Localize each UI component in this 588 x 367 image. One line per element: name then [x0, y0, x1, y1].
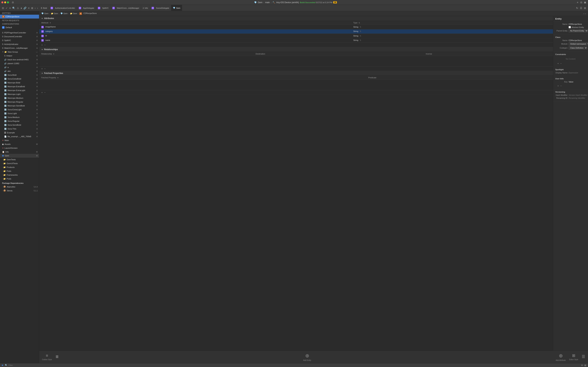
type-arrow-category[interactable]: ⇅: [360, 30, 361, 32]
back-button[interactable]: ‹: [34, 6, 36, 10]
toolbar-icon-7[interactable]: 🔗: [23, 6, 27, 10]
close-button[interactable]: [1, 1, 3, 3]
abstract-checkbox-input[interactable]: [569, 26, 571, 28]
sidebar-item-gem[interactable]: Gem M: [0, 154, 39, 158]
tab-watchconn[interactable]: S WatchConn...ivityManager: [111, 5, 141, 11]
toolbar-icon-9[interactable]: ⊞: [31, 6, 34, 10]
sidebar-group-pods[interactable]: › 📁 Pods: [0, 169, 39, 173]
fp-col-property[interactable]: Fetched Property ▼: [39, 76, 366, 80]
attr-col-attribute[interactable]: Attribute ▼: [39, 21, 351, 25]
add-attribute-btn[interactable]: +: [41, 43, 43, 46]
sidebar-item-fileexample[interactable]: 📄 file_exampl...._480_700kB A: [0, 134, 39, 138]
sidebar-item-planet[interactable]: 🔊 planet-11682 A: [0, 61, 39, 65]
add-attribute-tool[interactable]: ⊕ Add Attribute: [556, 353, 566, 361]
attr-row-category[interactable]: S category String ⇅: [39, 29, 553, 34]
class-codegen-select[interactable]: Class Definition: [569, 46, 587, 50]
spotlight-displayname-input[interactable]: [569, 72, 588, 74]
breadcrumb-prev-icon[interactable]: ‹: [584, 13, 584, 15]
sidebar-item-manropeextrabold[interactable]: 🔡 Manrope-ExtraBold A: [0, 84, 39, 88]
sidebar-item-launchscreen[interactable]: ✕ LaunchScreen: [0, 146, 39, 150]
layout-icon-1[interactable]: ⊟: [580, 1, 583, 4]
hash-modifier-input[interactable]: [569, 94, 588, 96]
filter-input[interactable]: [9, 364, 580, 366]
tab-authen[interactable]: S AuthenicationController: [49, 5, 77, 11]
add-constraint-btn[interactable]: +: [557, 62, 559, 65]
sidebar-item-manropelight[interactable]: 🔡 Manrope-Light A: [0, 92, 39, 96]
sidebar-group-gemtests[interactable]: › 📁 GemTests: [0, 158, 39, 161]
sidebar-item-documentcontroller[interactable]: S DocumentController A: [0, 35, 39, 38]
toolbar-icon-2[interactable]: ✓: [5, 6, 8, 10]
warning-badge[interactable]: 16: [333, 1, 337, 3]
column-style-tool[interactable]: ☰: [582, 354, 585, 360]
layout-icon-2[interactable]: ▣: [583, 1, 587, 4]
sidebar-item-cdrecipestore[interactable]: E CDRecipeStore: [0, 15, 39, 18]
editor-style-tool[interactable]: ⊞ Editor Style: [569, 353, 578, 360]
remove-userinfo-btn[interactable]: −: [560, 84, 562, 87]
toolbar-icon-6[interactable]: ♦: [20, 6, 22, 10]
tab-info[interactable]: p Info: [141, 5, 150, 11]
sidebar-item-a[interactable]: 🔊 a A: [0, 65, 39, 69]
rel-col-relationship[interactable]: Relationship ▼: [39, 52, 253, 56]
sidebar-item-manropesemibold[interactable]: 🔡 Manrope-SemiBold A: [0, 104, 39, 108]
outline-style-tool[interactable]: ≡ Outline Style: [42, 353, 52, 360]
type-arrow-id[interactable]: ⇅: [360, 35, 361, 37]
sidebar-item-example[interactable]: 🖼 Example A: [0, 131, 39, 134]
rel-col-destination[interactable]: Destination: [253, 52, 424, 56]
attr-col-type[interactable]: Type ⇅: [351, 21, 553, 25]
sidebar-item-main[interactable]: ✕ Main: [0, 138, 39, 142]
class-name-value[interactable]: CDRecipeStore: [569, 39, 586, 42]
fp-col-predicate[interactable]: Predicate: [366, 76, 553, 80]
status-icon-2[interactable]: ▦: [584, 364, 586, 367]
sidebar-item-soraregular[interactable]: 🔡 Sora-Regular A: [0, 119, 39, 123]
breadcrumb-gem3[interactable]: 💎 Gem: [60, 12, 68, 15]
toolbar-icon-3[interactable]: ≡: [9, 6, 11, 10]
remove-constraint-btn[interactable]: −: [560, 62, 562, 65]
status-icon-1[interactable]: ⊞: [581, 364, 583, 367]
add-relationship-btn[interactable]: +: [41, 67, 43, 70]
inspector-parent-select[interactable]: No Parent Entity: [569, 29, 588, 32]
remove-relationship-btn[interactable]: −: [44, 67, 45, 70]
refresh-icon[interactable]: ↻: [576, 6, 579, 10]
tab-gem[interactable]: 💎 Gem: [171, 5, 182, 11]
sidebar-item-soralight[interactable]: 🔡 Sora-Light A: [0, 111, 39, 115]
remove-fetched-btn[interactable]: −: [44, 91, 45, 94]
type-arrow-imagename[interactable]: ⇅: [360, 26, 361, 28]
breadcrumb-gem2[interactable]: 📁 Gem: [51, 12, 58, 15]
sidebar-item-helper[interactable]: S Helper A: [0, 54, 39, 58]
toolbar-icon-4[interactable]: 🔍: [12, 6, 16, 10]
sidebar-item-manroperegular[interactable]: 🔡 Manrope-Regular A: [0, 100, 39, 104]
tab-appdelegate[interactable]: S AppDelegate: [77, 5, 96, 11]
sidebar-pkg-stevia[interactable]: › 📦 Stevia 5.1.1: [0, 189, 39, 192]
sidebar-item-soraextrabold[interactable]: 🔡 Sora-ExtraBold A: [0, 77, 39, 81]
tab-scenedelegate[interactable]: S SceneDelegate: [150, 5, 171, 11]
toolbar-icon-5[interactable]: ⚠: [16, 6, 20, 10]
rel-col-inverse[interactable]: Inverse: [424, 52, 553, 56]
tab-bold[interactable]: B Bold: [39, 5, 49, 11]
class-module-select[interactable]: Global namespace: [569, 42, 588, 45]
sidebar-item-manropebold[interactable]: 🔡 Manrope-Bold A: [0, 81, 39, 84]
breadcrumb-gem4[interactable]: 📁 Gem: [70, 12, 77, 15]
sidebar-item-default[interactable]: C Default: [0, 25, 39, 29]
sidebar-item-splitvc[interactable]: S SplitVC A: [0, 38, 39, 42]
sidebar-item-sorabold[interactable]: 🔡 Sora-Bold A: [0, 73, 39, 77]
plus-button[interactable]: +: [577, 1, 578, 4]
list-style-tool[interactable]: ≣: [55, 354, 59, 360]
sidebar-item-assets[interactable]: ◼ Assets M: [0, 142, 39, 146]
sidebar-item-activityindicator[interactable]: S ActivityIndicator A: [0, 42, 39, 46]
sidebar-item-sorasemibold[interactable]: 🔡 Sora-SemiBold A: [0, 123, 39, 127]
toolbar-icon-1[interactable]: ⊟: [1, 6, 5, 10]
remove-attribute-btn[interactable]: −: [44, 43, 45, 46]
fetched-properties-header[interactable]: ▼ Fetched Properties: [39, 71, 553, 76]
sidebar-group-frameworks[interactable]: › 📁 Frameworks: [0, 173, 39, 177]
sidebar-item-sorathin[interactable]: 🔡 Sora-Thin A: [0, 127, 39, 131]
breadcrumb-next-icon[interactable]: ›: [585, 13, 586, 15]
fullscreen-button[interactable]: [7, 1, 9, 3]
sidebar-pkg-alamofire[interactable]: › 📦 Alamofire 5.4.4: [0, 185, 39, 189]
add-userinfo-btn[interactable]: +: [557, 84, 559, 87]
sidebar-item-manropemedium[interactable]: 🔡 Manrope-Medium A: [0, 96, 39, 100]
breadcrumb-gem1[interactable]: 💎 Gem: [41, 12, 49, 15]
attributes-section-header[interactable]: ▼ Attributes: [39, 16, 553, 21]
sidebar-item-manropeextralight[interactable]: 🔡 Manrope-ExtraLight A: [0, 88, 39, 92]
sidebar-item-soramedium[interactable]: 🔡 Sora-Medium A: [0, 115, 39, 119]
attr-row-name[interactable]: S name String ⇅: [39, 38, 553, 43]
